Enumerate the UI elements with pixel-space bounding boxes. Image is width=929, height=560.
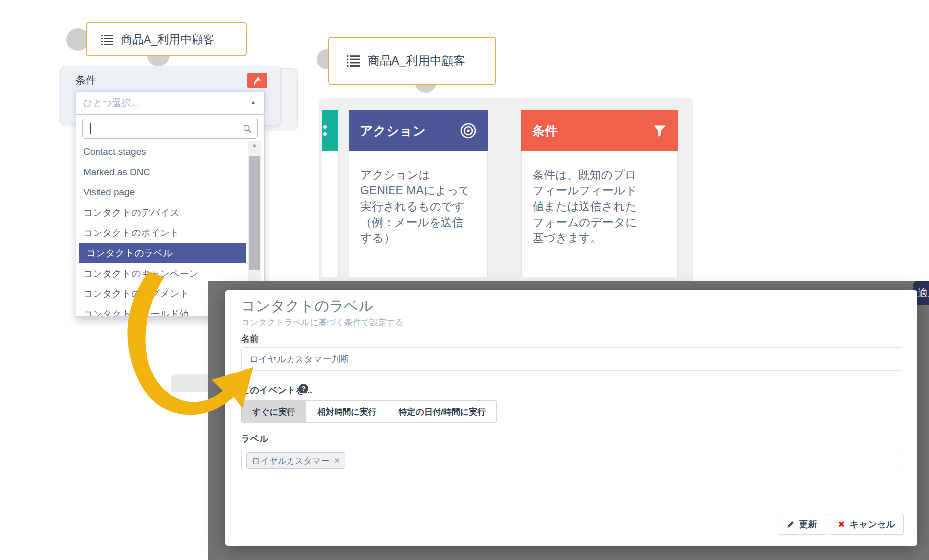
name-field-label: 名前 bbox=[241, 333, 259, 345]
label-tags-input[interactable]: ロイヤルカスタマー ✕ bbox=[241, 448, 903, 471]
move-up-button[interactable] bbox=[247, 73, 267, 88]
select-placeholder: ひとつ選択... bbox=[83, 97, 139, 110]
dropdown-item-contact-label-selected[interactable]: コンタクトのラベル bbox=[79, 243, 246, 263]
event-type-cards-panel: アクション アクションは GENIEE MAによって 実行されるものです （例：… bbox=[319, 98, 693, 281]
modal-subtitle: コンタクトラベルに基づく条件で設定する bbox=[241, 317, 404, 328]
card-title: アクション bbox=[360, 122, 426, 140]
node-label: 商品A_利用中顧客 bbox=[121, 32, 214, 47]
dropdown-item-contact-points[interactable]: コンタクトのポイント bbox=[76, 223, 250, 243]
update-button[interactable]: 更新 bbox=[778, 514, 826, 535]
list-icon bbox=[101, 34, 113, 46]
help-icon[interactable]: ? bbox=[299, 384, 308, 393]
contact-label-modal: コンタクトのラベル コンタクトラベルに基づく条件で設定する 名前 このイベントを… bbox=[225, 290, 917, 546]
clipped-card-body bbox=[322, 151, 339, 277]
cancel-button[interactable]: ✖ キャンセル bbox=[830, 514, 904, 535]
text-cursor bbox=[90, 123, 91, 134]
list-icon bbox=[347, 54, 360, 67]
bullseye-icon bbox=[460, 122, 477, 139]
turn-up-arrow-icon bbox=[252, 75, 263, 86]
card-action-description: アクションは GENIEE MAによって 実行されるものです （例：メールを送信… bbox=[349, 151, 488, 277]
flow-node-source-2[interactable]: 商品A_利用中顧客 bbox=[328, 37, 496, 85]
timing-button-group: すぐに実行 相対時間に実行 特定の日付/時間に実行 bbox=[241, 400, 497, 423]
pencil-icon bbox=[787, 520, 795, 528]
dropdown-item-visited-page[interactable]: Visited page bbox=[76, 182, 250, 202]
modal-title: コンタクトのラベル bbox=[241, 296, 373, 316]
remove-tag-icon[interactable]: ✕ bbox=[334, 456, 340, 465]
clipped-card-icon bbox=[323, 125, 327, 129]
card-condition-description: 条件は、既知のプロ フィールフィールド 値または送信された フォームのデータに … bbox=[521, 151, 678, 277]
timing-relative-button[interactable]: 相対時間に実行 bbox=[306, 400, 388, 423]
dropdown-item-marked-as-dnc[interactable]: Marked as DNC bbox=[76, 162, 250, 182]
clipped-card-icon bbox=[323, 132, 327, 136]
card-condition-header: 条件 bbox=[521, 110, 678, 151]
scrollbar-up-arrow-icon[interactable]: ▲ bbox=[248, 142, 261, 148]
dropdown-item-contact-campaign[interactable]: コンタクトのキャンペーン bbox=[76, 263, 250, 283]
label-field-label: ラベル bbox=[241, 433, 268, 445]
automation-builder-screen: 商品A_利用中顧客 商品A_利用中顧客 条件 ひとつ選択... ▲ bbox=[0, 0, 929, 560]
card-action-header: アクション bbox=[349, 110, 488, 151]
condition-type-select[interactable]: ひとつ選択... ▲ bbox=[76, 92, 265, 115]
cancel-button-label: キャンセル bbox=[850, 518, 895, 530]
name-input[interactable] bbox=[241, 347, 903, 371]
close-x-icon: ✖ bbox=[838, 519, 845, 530]
clipped-card-header[interactable] bbox=[322, 110, 338, 151]
search-icon bbox=[243, 124, 252, 134]
card-action[interactable]: アクション アクションは GENIEE MAによって 実行されるものです （例：… bbox=[349, 110, 488, 277]
dropdown-item-contact-stages[interactable]: Contact stages bbox=[76, 141, 250, 162]
card-condition[interactable]: 条件 条件は、既知のプロ フィールフィールド 値または送信された フォームのデー… bbox=[521, 110, 678, 277]
dropdown-search-input[interactable] bbox=[82, 119, 258, 139]
timing-immediate-button-selected[interactable]: すぐに実行 bbox=[241, 400, 306, 423]
card-title: 条件 bbox=[532, 122, 558, 140]
node-label: 商品A_利用中顧客 bbox=[368, 53, 465, 69]
label-tag-text: ロイヤルカスタマー bbox=[252, 455, 329, 467]
condition-panel-title: 条件 bbox=[75, 73, 96, 87]
scrollbar-thumb[interactable] bbox=[249, 156, 260, 270]
flow-node-source-1[interactable]: 商品A_利用中顧客 bbox=[86, 22, 247, 56]
filter-icon bbox=[653, 124, 667, 138]
timing-specific-datetime-button[interactable]: 特定の日付/時間に実行 bbox=[388, 400, 497, 423]
footer-divider bbox=[225, 500, 917, 500]
update-button-label: 更新 bbox=[799, 518, 817, 530]
chevron-up-icon: ▲ bbox=[250, 99, 256, 106]
dropdown-item-contact-device[interactable]: コンタクトのデバイス bbox=[76, 202, 250, 223]
label-tag[interactable]: ロイヤルカスタマー ✕ bbox=[246, 452, 345, 469]
